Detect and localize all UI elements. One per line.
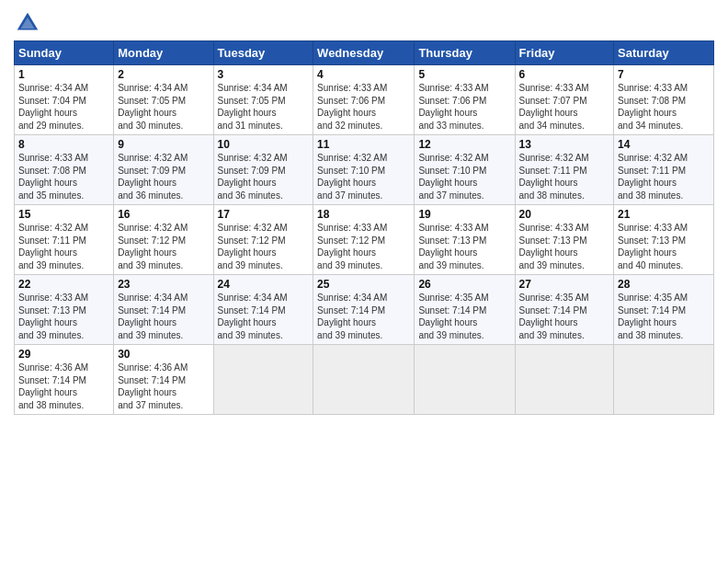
day-number: 11 [317,138,410,151]
day-number: 12 [418,138,510,151]
day-info: Sunrise: 4:33 AM Sunset: 7:06 PM Dayligh… [418,82,510,132]
calendar-week-1: 1 Sunrise: 4:34 AM Sunset: 7:04 PM Dayli… [15,65,714,135]
calendar-cell: 14 Sunrise: 4:32 AM Sunset: 7:11 PM Dayl… [614,135,714,205]
day-number: 8 [18,138,109,151]
day-info: Sunrise: 4:35 AM Sunset: 7:14 PM Dayligh… [519,292,610,341]
day-info: Sunrise: 4:32 AM Sunset: 7:10 PM Dayligh… [317,152,410,201]
day-info: Sunrise: 4:33 AM Sunset: 7:08 PM Dayligh… [618,82,710,132]
header [14,9,714,37]
calendar-cell: 28 Sunrise: 4:35 AM Sunset: 7:14 PM Dayl… [614,275,714,345]
calendar-week-5: 29 Sunrise: 4:36 AM Sunset: 7:14 PM Dayl… [15,345,714,415]
day-info: Sunrise: 4:32 AM Sunset: 7:09 PM Dayligh… [218,152,310,201]
day-number: 9 [118,138,209,151]
day-info: Sunrise: 4:32 AM Sunset: 7:09 PM Dayligh… [118,152,209,201]
calendar-cell [614,345,714,415]
day-info: Sunrise: 4:33 AM Sunset: 7:13 PM Dayligh… [618,222,710,271]
weekday-header-wednesday: Wednesday [313,41,415,65]
calendar-cell: 3 Sunrise: 4:34 AM Sunset: 7:05 PM Dayli… [213,65,313,135]
weekday-header-row: SundayMondayTuesdayWednesdayThursdayFrid… [15,41,714,65]
day-info: Sunrise: 4:34 AM Sunset: 7:14 PM Dayligh… [218,292,310,341]
weekday-header-thursday: Thursday [415,41,515,65]
calendar-cell: 30 Sunrise: 4:36 AM Sunset: 7:14 PM Dayl… [114,345,213,415]
day-number: 24 [218,278,310,291]
calendar-cell [415,345,515,415]
day-info: Sunrise: 4:36 AM Sunset: 7:14 PM Dayligh… [118,362,209,411]
logo [14,9,45,37]
day-info: Sunrise: 4:33 AM Sunset: 7:07 PM Dayligh… [519,82,610,132]
day-number: 14 [618,138,710,151]
weekday-header-tuesday: Tuesday [213,41,313,65]
calendar-cell: 25 Sunrise: 4:34 AM Sunset: 7:14 PM Dayl… [313,275,415,345]
calendar-cell: 20 Sunrise: 4:33 AM Sunset: 7:13 PM Dayl… [515,205,614,275]
day-number: 28 [618,278,710,291]
day-info: Sunrise: 4:33 AM Sunset: 7:06 PM Dayligh… [317,82,410,132]
calendar-cell: 18 Sunrise: 4:33 AM Sunset: 7:12 PM Dayl… [313,205,415,275]
day-info: Sunrise: 4:33 AM Sunset: 7:12 PM Dayligh… [317,222,410,271]
calendar-week-3: 15 Sunrise: 4:32 AM Sunset: 7:11 PM Dayl… [15,205,714,275]
day-info: Sunrise: 4:32 AM Sunset: 7:11 PM Dayligh… [519,152,610,201]
day-info: Sunrise: 4:34 AM Sunset: 7:14 PM Dayligh… [317,292,410,341]
calendar-week-4: 22 Sunrise: 4:33 AM Sunset: 7:13 PM Dayl… [15,275,714,345]
weekday-header-monday: Monday [114,41,213,65]
calendar-cell: 16 Sunrise: 4:32 AM Sunset: 7:12 PM Dayl… [114,205,213,275]
day-info: Sunrise: 4:33 AM Sunset: 7:13 PM Dayligh… [519,222,610,271]
day-number: 25 [317,278,410,291]
day-info: Sunrise: 4:33 AM Sunset: 7:13 PM Dayligh… [18,292,109,341]
day-number: 29 [18,348,109,361]
day-number: 20 [519,208,610,221]
day-number: 22 [18,278,109,291]
day-number: 1 [18,68,109,81]
day-info: Sunrise: 4:33 AM Sunset: 7:08 PM Dayligh… [18,152,109,201]
day-number: 15 [18,208,109,221]
calendar-cell [515,345,614,415]
day-info: Sunrise: 4:35 AM Sunset: 7:14 PM Dayligh… [418,292,510,341]
logo-icon [14,9,41,37]
day-number: 2 [118,68,209,81]
day-info: Sunrise: 4:34 AM Sunset: 7:14 PM Dayligh… [118,292,209,341]
day-number: 27 [519,278,610,291]
calendar-cell: 17 Sunrise: 4:32 AM Sunset: 7:12 PM Dayl… [213,205,313,275]
day-info: Sunrise: 4:35 AM Sunset: 7:14 PM Dayligh… [618,292,710,341]
day-info: Sunrise: 4:34 AM Sunset: 7:04 PM Dayligh… [18,82,109,132]
day-number: 26 [418,278,510,291]
calendar-cell: 26 Sunrise: 4:35 AM Sunset: 7:14 PM Dayl… [415,275,515,345]
day-number: 19 [418,208,510,221]
calendar-cell: 2 Sunrise: 4:34 AM Sunset: 7:05 PM Dayli… [114,65,213,135]
calendar-cell [213,345,313,415]
day-info: Sunrise: 4:34 AM Sunset: 7:05 PM Dayligh… [218,82,310,132]
day-info: Sunrise: 4:32 AM Sunset: 7:11 PM Dayligh… [18,222,109,271]
calendar-cell: 4 Sunrise: 4:33 AM Sunset: 7:06 PM Dayli… [313,65,415,135]
day-number: 7 [618,68,710,81]
day-info: Sunrise: 4:32 AM Sunset: 7:10 PM Dayligh… [418,152,510,201]
calendar-cell: 6 Sunrise: 4:33 AM Sunset: 7:07 PM Dayli… [515,65,614,135]
weekday-header-saturday: Saturday [614,41,714,65]
day-info: Sunrise: 4:32 AM Sunset: 7:12 PM Dayligh… [218,222,310,271]
day-number: 17 [218,208,310,221]
calendar-cell: 23 Sunrise: 4:34 AM Sunset: 7:14 PM Dayl… [114,275,213,345]
weekday-header-friday: Friday [515,41,614,65]
calendar-cell: 29 Sunrise: 4:36 AM Sunset: 7:14 PM Dayl… [15,345,114,415]
weekday-header-sunday: Sunday [15,41,114,65]
calendar-cell: 21 Sunrise: 4:33 AM Sunset: 7:13 PM Dayl… [614,205,714,275]
page: SundayMondayTuesdayWednesdayThursdayFrid… [0,0,728,424]
day-number: 10 [218,138,310,151]
day-info: Sunrise: 4:32 AM Sunset: 7:12 PM Dayligh… [118,222,209,271]
calendar-cell: 12 Sunrise: 4:32 AM Sunset: 7:10 PM Dayl… [415,135,515,205]
day-number: 6 [519,68,610,81]
day-info: Sunrise: 4:34 AM Sunset: 7:05 PM Dayligh… [118,82,209,132]
calendar-cell: 15 Sunrise: 4:32 AM Sunset: 7:11 PM Dayl… [15,205,114,275]
calendar-cell: 13 Sunrise: 4:32 AM Sunset: 7:11 PM Dayl… [515,135,614,205]
day-number: 30 [118,348,209,361]
calendar-cell: 5 Sunrise: 4:33 AM Sunset: 7:06 PM Dayli… [415,65,515,135]
calendar-cell: 27 Sunrise: 4:35 AM Sunset: 7:14 PM Dayl… [515,275,614,345]
day-number: 13 [519,138,610,151]
calendar-cell: 24 Sunrise: 4:34 AM Sunset: 7:14 PM Dayl… [213,275,313,345]
day-info: Sunrise: 4:36 AM Sunset: 7:14 PM Dayligh… [18,362,109,411]
calendar-cell: 19 Sunrise: 4:33 AM Sunset: 7:13 PM Dayl… [415,205,515,275]
calendar-cell: 1 Sunrise: 4:34 AM Sunset: 7:04 PM Dayli… [15,65,114,135]
day-info: Sunrise: 4:32 AM Sunset: 7:11 PM Dayligh… [618,152,710,201]
calendar-cell: 11 Sunrise: 4:32 AM Sunset: 7:10 PM Dayl… [313,135,415,205]
day-number: 23 [118,278,209,291]
calendar-cell: 7 Sunrise: 4:33 AM Sunset: 7:08 PM Dayli… [614,65,714,135]
day-number: 16 [118,208,209,221]
